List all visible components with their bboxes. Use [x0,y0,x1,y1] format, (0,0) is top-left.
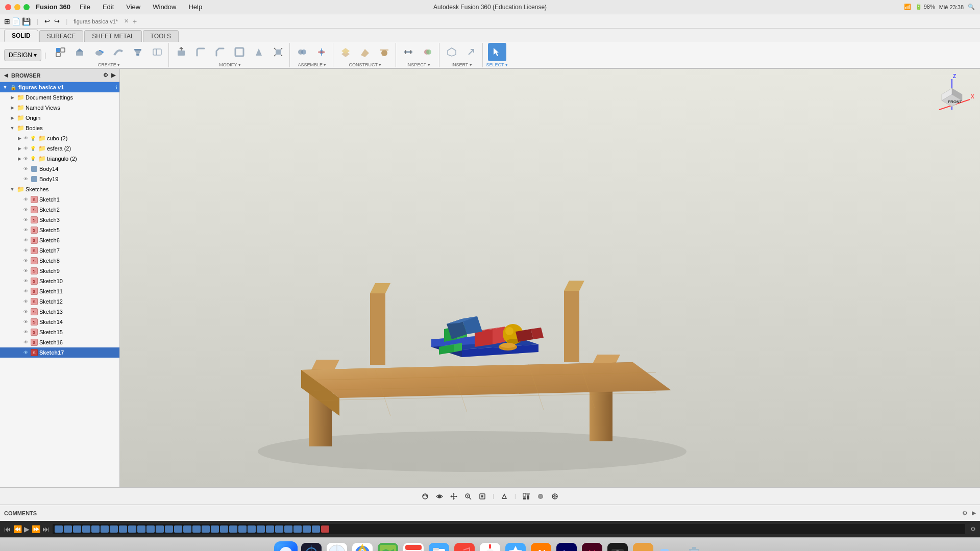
joint-tool[interactable] [293,43,311,61]
eye-icon-s9[interactable]: 👁 [23,268,28,273]
eye-icon-s11[interactable]: 👁 [23,289,28,294]
tree-sketch16[interactable]: ▶ 👁 S Sketch16 [0,337,119,347]
dock-maps[interactable] [376,541,400,552]
tree-sketch8[interactable]: ▶ 👁 S Sketch8 [0,256,119,266]
minimize-button[interactable] [14,4,20,10]
tree-triangulo[interactable]: ▶ 👁 💡 📁 triangulo (2) [0,154,119,164]
dock-files[interactable] [427,541,451,552]
menu-window[interactable]: Window [150,2,179,12]
chamfer-tool[interactable] [211,43,229,61]
timeline-item[interactable] [146,525,155,533]
rib-tool[interactable] [148,43,166,61]
timeline-start-btn[interactable]: ⏮ [4,525,11,533]
pan-tool[interactable] [448,490,460,503]
dock-id[interactable]: Id [580,541,604,552]
tree-doc-settings[interactable]: ▶ 📁 Document Settings [0,92,119,103]
dock-capture[interactable] [606,541,629,552]
eye-icon-s6[interactable]: 👁 [23,238,28,243]
timeline-item[interactable] [220,525,228,533]
eye-icon-esfera[interactable]: 👁 [23,146,28,151]
offset-plane-tool[interactable] [336,43,355,61]
menu-file[interactable]: File [77,2,93,12]
tree-esfera[interactable]: ▶ 👁 💡 📁 esfera (2) [0,143,119,154]
menu-view[interactable]: View [123,2,143,12]
dock-trash[interactable] [682,541,706,552]
timeline-item[interactable] [119,525,127,533]
shell-tool[interactable] [230,43,249,61]
tab-sheet-metal[interactable]: SHEET METAL [84,30,141,42]
timeline-item[interactable] [174,525,182,533]
orbit-tool[interactable] [419,490,431,503]
fillet-tool[interactable] [191,43,210,61]
perspective-toggle[interactable] [498,490,510,503]
tree-named-views[interactable]: ▶ 📁 Named Views [0,103,119,113]
eye-icon-s10[interactable]: 👁 [23,279,28,284]
tree-cubo[interactable]: ▶ 👁 💡 📁 cubo (2) [0,133,119,143]
tree-sketch10[interactable]: ▶ 👁 S Sketch10 [0,276,119,286]
timeline-item[interactable] [64,525,72,533]
timeline-item[interactable] [192,525,201,533]
root-info-icon[interactable]: ℹ [115,85,117,90]
timeline-item[interactable] [293,525,302,533]
tree-root[interactable]: ▼ 🔒 figuras basica v1 ℹ [0,82,119,92]
timeline-item[interactable] [101,525,109,533]
eye-icon-s2[interactable]: 👁 [23,207,28,212]
timeline-play-btn[interactable]: ▶ [24,525,30,533]
timeline-item[interactable] [312,525,320,533]
viewport[interactable]: Z X FRONT [120,69,980,487]
menu-edit[interactable]: Edit [100,2,117,12]
measure-tool[interactable] [399,43,418,61]
dock-safari[interactable] [325,541,349,552]
eye-icon-s13[interactable]: 👁 [23,309,28,314]
scale-tool[interactable] [269,43,287,61]
dock-launchpad[interactable] [300,541,323,552]
browser-expand-icon[interactable]: ▶ [111,72,115,79]
design-dropdown[interactable]: DESIGN ▾ [4,49,41,61]
timeline-item[interactable] [137,525,145,533]
tree-sketch11[interactable]: ▶ 👁 S Sketch11 [0,286,119,296]
timeline-item[interactable] [165,525,173,533]
dock-ae[interactable]: Ae [555,541,578,552]
eye-icon-s17[interactable]: 👁 [23,350,28,355]
visual-style[interactable] [534,490,547,503]
tab-surface[interactable]: SURFACE [39,30,84,42]
new-tab-icon[interactable]: + [133,17,137,26]
insert-svg-tool[interactable] [462,43,480,61]
tree-sketch14[interactable]: ▶ 👁 S Sketch14 [0,317,119,327]
dock-photos[interactable] [478,541,502,552]
tree-sketch15[interactable]: ▶ 👁 S Sketch15 [0,327,119,337]
timeline-settings-icon[interactable]: ⚙ [970,525,976,533]
tab-solid[interactable]: SOLID [4,30,38,42]
file-icon[interactable]: 📄 [12,17,20,26]
display-settings[interactable] [520,490,532,503]
dock-finder[interactable] [274,541,298,552]
dock-chrome[interactable] [351,541,374,552]
timeline-item[interactable] [110,525,118,533]
revolve-tool[interactable] [90,43,108,61]
light-icon-triangulo[interactable]: 💡 [30,156,36,161]
tangent-plane-tool[interactable] [375,43,394,61]
timeline-item[interactable] [55,525,63,533]
eye-icon-body19[interactable]: 👁 [23,177,28,182]
eye-icon-s5[interactable]: 👁 [23,228,28,233]
tree-origin[interactable]: ▶ 📁 Origin [0,113,119,123]
light-icon-esfera[interactable]: 💡 [30,146,36,151]
press-pull-tool[interactable] [172,43,190,61]
tree-sketch7[interactable]: ▶ 👁 S Sketch7 [0,245,119,256]
timeline-item[interactable] [211,525,219,533]
timeline-item[interactable] [73,525,81,533]
grid-icon[interactable]: ⊞ [4,17,10,26]
environment-settings[interactable] [549,490,561,503]
timeline-item[interactable] [82,525,90,533]
close-file-icon[interactable]: ✕ [124,18,129,24]
tree-sketch17[interactable]: ▶ 👁 S Sketch17 [0,347,119,358]
timeline-end-btn[interactable]: ⏭ [42,525,50,533]
timeline-prev-btn[interactable]: ⏪ [13,525,22,533]
eye-icon-cubo[interactable]: 👁 [23,136,28,141]
eye-icon-s12[interactable]: 👁 [23,299,28,304]
tree-sketch2[interactable]: ▶ 👁 S Sketch2 [0,205,119,215]
tree-sketch1[interactable]: ▶ 👁 S Sketch1 [0,194,119,205]
timeline-item[interactable] [303,525,311,533]
tree-sketch6[interactable]: ▶ 👁 S Sketch6 [0,235,119,245]
timeline-item[interactable] [257,525,265,533]
